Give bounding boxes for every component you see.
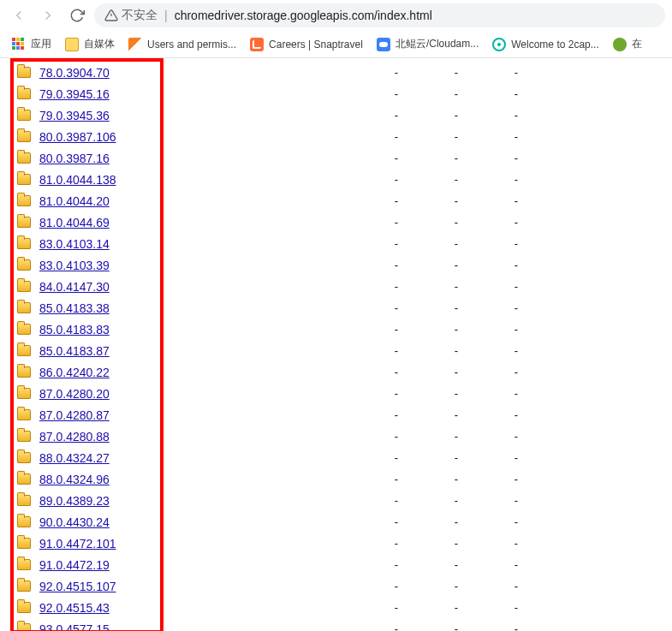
folder-link[interactable]: 92.0.4515.43 <box>39 601 110 615</box>
table-row: 81.0.4044.138--- <box>7 169 672 190</box>
dash-cell: - <box>366 194 426 207</box>
dash-cell: - <box>486 408 546 421</box>
dash-cell: - <box>426 301 486 314</box>
folder-icon <box>17 409 31 420</box>
dash-cell: - <box>426 473 486 485</box>
dash-cell: - <box>486 494 546 507</box>
folder-link[interactable]: 85.0.4183.83 <box>39 323 110 336</box>
forward-button[interactable] <box>36 3 60 27</box>
dash-cell: - <box>426 259 486 271</box>
dash-cell: - <box>366 280 426 293</box>
dash-cell: - <box>486 216 546 229</box>
folder-link[interactable]: 85.0.4183.87 <box>39 344 110 358</box>
dash-cell: - <box>426 130 486 143</box>
dash-cell: - <box>366 216 426 229</box>
folder-link[interactable]: 87.0.4280.87 <box>39 408 110 422</box>
folder-icon <box>65 38 79 51</box>
table-row: 88.0.4324.27--- <box>7 447 672 468</box>
dash-cell: - <box>486 558 546 571</box>
folder-link[interactable]: 81.0.4044.138 <box>39 173 116 187</box>
folder-link[interactable]: 81.0.4044.69 <box>39 216 110 229</box>
dash-cell: - <box>486 109 546 122</box>
dash-cell: - <box>486 451 546 464</box>
folder-link[interactable]: 80.0.3987.106 <box>39 130 116 144</box>
table-row: 89.0.4389.23--- <box>7 490 672 511</box>
dash-cell: - <box>486 323 546 336</box>
folder-link[interactable]: 78.0.3904.70 <box>39 66 110 80</box>
folder-icon <box>17 580 31 592</box>
table-row: 83.0.4103.39--- <box>7 254 672 276</box>
folder-link[interactable]: 91.0.4472.101 <box>39 537 116 551</box>
dash-cell: - <box>426 537 486 550</box>
folder-link[interactable]: 86.0.4240.22 <box>39 366 110 379</box>
folder-link[interactable]: 88.0.4324.27 <box>39 451 110 465</box>
name-cell: 87.0.4280.88 <box>7 430 366 443</box>
dash-cell: - <box>486 430 546 443</box>
warning-icon <box>104 9 118 22</box>
directory-listing: 78.0.3904.70---79.0.3945.16---79.0.3945.… <box>0 58 672 631</box>
dash-cell: - <box>366 494 426 507</box>
folder-link[interactable]: 93.0.4577.15 <box>39 622 110 632</box>
two-icon <box>492 38 506 51</box>
apps-button[interactable]: 应用 <box>7 33 56 55</box>
folder-icon <box>17 538 31 549</box>
apps-label: 应用 <box>31 37 51 51</box>
name-cell: 83.0.4103.14 <box>7 237 366 251</box>
bookmark-item[interactable]: 北鲲云/Cloudam... <box>372 33 484 55</box>
folder-icon <box>17 131 31 142</box>
folder-link[interactable]: 90.0.4430.24 <box>39 515 110 529</box>
table-row: 84.0.4147.30--- <box>7 276 672 297</box>
name-cell: 81.0.4044.138 <box>7 173 366 187</box>
folder-link[interactable]: 79.0.3945.16 <box>39 87 110 101</box>
dash-cell: - <box>366 408 426 421</box>
snap-icon <box>250 38 264 51</box>
bookmark-item[interactable]: Careers | Snaptravel <box>245 34 368 55</box>
dash-cell: - <box>426 216 486 229</box>
dash-cell: - <box>366 259 426 271</box>
name-cell: 79.0.3945.36 <box>7 109 366 122</box>
dash-cell: - <box>426 451 486 464</box>
name-cell: 87.0.4280.20 <box>7 387 366 401</box>
folder-link[interactable]: 92.0.4515.107 <box>39 580 116 593</box>
dash-cell: - <box>426 87 486 100</box>
folder-link[interactable]: 87.0.4280.20 <box>39 387 110 401</box>
dash-cell: - <box>426 515 486 528</box>
bookmark-item[interactable]: 自媒体 <box>60 33 120 55</box>
back-button[interactable] <box>7 3 31 27</box>
dash-cell: - <box>486 152 546 164</box>
dash-cell: - <box>486 259 546 271</box>
folder-link[interactable]: 89.0.4389.23 <box>39 494 110 508</box>
dash-cell: - <box>366 109 426 122</box>
dash-cell: - <box>426 601 486 614</box>
folder-link[interactable]: 87.0.4280.88 <box>39 430 110 443</box>
name-cell: 92.0.4515.107 <box>7 580 366 593</box>
folder-link[interactable]: 91.0.4472.19 <box>39 558 110 572</box>
folder-link[interactable]: 81.0.4044.20 <box>39 194 110 208</box>
apps-icon <box>12 38 26 51</box>
folder-icon <box>17 195 31 206</box>
dash-cell: - <box>486 130 546 143</box>
dash-cell: - <box>366 66 426 79</box>
dash-cell: - <box>426 152 486 164</box>
folder-link[interactable]: 79.0.3945.36 <box>39 109 110 122</box>
folder-link[interactable]: 83.0.4103.14 <box>39 237 110 251</box>
reload-button[interactable] <box>65 3 89 27</box>
folder-link[interactable]: 84.0.4147.30 <box>39 280 110 294</box>
table-row: 92.0.4515.107--- <box>7 575 672 597</box>
folder-icon <box>17 174 31 185</box>
folder-link[interactable]: 83.0.4103.39 <box>39 259 110 272</box>
dash-cell: - <box>366 451 426 464</box>
folder-link[interactable]: 80.0.3987.16 <box>39 152 110 165</box>
table-row: 78.0.3904.70--- <box>7 62 672 83</box>
bookmark-item[interactable]: Users and permis... <box>123 34 241 55</box>
bookmark-item[interactable]: 在 <box>608 33 647 55</box>
address-bar[interactable]: 不安全 | chromedriver.storage.googleapis.co… <box>94 3 665 27</box>
folder-link[interactable]: 85.0.4183.38 <box>39 301 110 315</box>
dash-cell: - <box>426 66 486 79</box>
folder-link[interactable]: 88.0.4324.96 <box>39 473 110 486</box>
dash-cell: - <box>426 366 486 378</box>
dash-cell: - <box>366 173 426 186</box>
bookmark-item[interactable]: Welcome to 2cap... <box>487 34 604 55</box>
name-cell: 92.0.4515.43 <box>7 601 366 615</box>
cloud-icon <box>377 38 390 51</box>
